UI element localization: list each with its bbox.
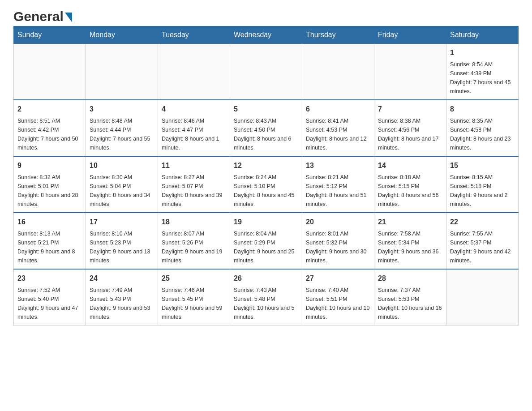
logo: General bbox=[13, 9, 72, 21]
day-info: Sunrise: 7:46 AMSunset: 5:45 PMDaylight:… bbox=[162, 286, 226, 321]
calendar-cell: 15Sunrise: 8:15 AMSunset: 5:18 PMDayligh… bbox=[446, 156, 519, 213]
day-number: 14 bbox=[378, 160, 442, 171]
day-number: 9 bbox=[17, 160, 82, 171]
calendar-cell: 19Sunrise: 8:04 AMSunset: 5:29 PMDayligh… bbox=[230, 213, 302, 269]
day-info: Sunrise: 8:04 AMSunset: 5:29 PMDaylight:… bbox=[234, 229, 298, 265]
logo-general: General bbox=[13, 9, 64, 24]
weekday-tuesday: Tuesday bbox=[158, 26, 230, 44]
weekday-friday: Friday bbox=[374, 26, 446, 44]
calendar-cell bbox=[86, 44, 158, 100]
day-number: 8 bbox=[450, 104, 515, 115]
day-info: Sunrise: 8:24 AMSunset: 5:10 PMDaylight:… bbox=[234, 173, 298, 209]
logo-triangle-icon bbox=[65, 13, 72, 22]
weekday-saturday: Saturday bbox=[446, 26, 519, 44]
day-number: 6 bbox=[306, 104, 370, 115]
calendar-cell: 4Sunrise: 8:46 AMSunset: 4:47 PMDaylight… bbox=[158, 100, 230, 156]
day-info: Sunrise: 8:38 AMSunset: 4:56 PMDaylight:… bbox=[378, 116, 442, 152]
day-number: 26 bbox=[234, 273, 298, 284]
calendar-week-2: 2Sunrise: 8:51 AMSunset: 4:42 PMDaylight… bbox=[14, 100, 519, 156]
day-info: Sunrise: 7:37 AMSunset: 5:53 PMDaylight:… bbox=[378, 286, 442, 321]
calendar-week-4: 16Sunrise: 8:13 AMSunset: 5:21 PMDayligh… bbox=[14, 213, 519, 269]
day-info: Sunrise: 8:01 AMSunset: 5:32 PMDaylight:… bbox=[306, 229, 370, 265]
day-number: 16 bbox=[17, 217, 82, 227]
calendar-table: SundayMondayTuesdayWednesdayThursdayFrid… bbox=[13, 26, 519, 325]
day-number: 27 bbox=[306, 273, 370, 284]
day-info: Sunrise: 8:13 AMSunset: 5:21 PMDaylight:… bbox=[17, 229, 82, 265]
day-info: Sunrise: 8:15 AMSunset: 5:18 PMDaylight:… bbox=[450, 173, 515, 209]
calendar-cell: 1Sunrise: 8:54 AMSunset: 4:39 PMDaylight… bbox=[446, 44, 519, 100]
day-info: Sunrise: 8:43 AMSunset: 4:50 PMDaylight:… bbox=[234, 116, 298, 152]
calendar-cell: 16Sunrise: 8:13 AMSunset: 5:21 PMDayligh… bbox=[14, 213, 86, 269]
calendar-week-1: 1Sunrise: 8:54 AMSunset: 4:39 PMDaylight… bbox=[14, 44, 519, 100]
day-info: Sunrise: 8:21 AMSunset: 5:12 PMDaylight:… bbox=[306, 173, 370, 209]
calendar-cell: 12Sunrise: 8:24 AMSunset: 5:10 PMDayligh… bbox=[230, 156, 302, 213]
calendar-cell bbox=[374, 44, 446, 100]
day-number: 12 bbox=[234, 160, 298, 171]
weekday-header-row: SundayMondayTuesdayWednesdayThursdayFrid… bbox=[14, 26, 519, 44]
day-number: 23 bbox=[17, 273, 82, 284]
calendar-cell: 2Sunrise: 8:51 AMSunset: 4:42 PMDaylight… bbox=[14, 100, 86, 156]
calendar-cell: 10Sunrise: 8:30 AMSunset: 5:04 PMDayligh… bbox=[86, 156, 158, 213]
calendar-cell bbox=[230, 44, 302, 100]
calendar-cell bbox=[302, 44, 374, 100]
day-info: Sunrise: 8:30 AMSunset: 5:04 PMDaylight:… bbox=[90, 173, 154, 209]
calendar-cell: 27Sunrise: 7:40 AMSunset: 5:51 PMDayligh… bbox=[302, 269, 374, 325]
calendar-cell: 23Sunrise: 7:52 AMSunset: 5:40 PMDayligh… bbox=[14, 269, 86, 325]
calendar-cell: 25Sunrise: 7:46 AMSunset: 5:45 PMDayligh… bbox=[158, 269, 230, 325]
day-number: 20 bbox=[306, 217, 370, 227]
day-info: Sunrise: 8:35 AMSunset: 4:58 PMDaylight:… bbox=[450, 116, 515, 152]
calendar-cell: 7Sunrise: 8:38 AMSunset: 4:56 PMDaylight… bbox=[374, 100, 446, 156]
calendar-cell: 11Sunrise: 8:27 AMSunset: 5:07 PMDayligh… bbox=[158, 156, 230, 213]
day-number: 13 bbox=[306, 160, 370, 171]
calendar-cell: 20Sunrise: 8:01 AMSunset: 5:32 PMDayligh… bbox=[302, 213, 374, 269]
day-number: 17 bbox=[90, 217, 154, 227]
day-number: 18 bbox=[162, 217, 226, 227]
day-number: 21 bbox=[378, 217, 442, 227]
day-number: 1 bbox=[450, 47, 515, 58]
calendar-cell: 22Sunrise: 7:55 AMSunset: 5:37 PMDayligh… bbox=[446, 213, 519, 269]
day-info: Sunrise: 7:49 AMSunset: 5:43 PMDaylight:… bbox=[90, 286, 154, 321]
calendar-cell bbox=[14, 44, 86, 100]
weekday-thursday: Thursday bbox=[302, 26, 374, 44]
calendar-cell: 17Sunrise: 8:10 AMSunset: 5:23 PMDayligh… bbox=[86, 213, 158, 269]
calendar-cell: 9Sunrise: 8:32 AMSunset: 5:01 PMDaylight… bbox=[14, 156, 86, 213]
day-info: Sunrise: 7:55 AMSunset: 5:37 PMDaylight:… bbox=[450, 229, 515, 265]
day-info: Sunrise: 8:54 AMSunset: 4:39 PMDaylight:… bbox=[450, 60, 515, 96]
day-info: Sunrise: 8:48 AMSunset: 4:44 PMDaylight:… bbox=[90, 116, 154, 152]
day-number: 28 bbox=[378, 273, 442, 284]
calendar-cell: 13Sunrise: 8:21 AMSunset: 5:12 PMDayligh… bbox=[302, 156, 374, 213]
calendar-week-5: 23Sunrise: 7:52 AMSunset: 5:40 PMDayligh… bbox=[14, 269, 519, 325]
calendar-cell: 28Sunrise: 7:37 AMSunset: 5:53 PMDayligh… bbox=[374, 269, 446, 325]
calendar-week-3: 9Sunrise: 8:32 AMSunset: 5:01 PMDaylight… bbox=[14, 156, 519, 213]
calendar-cell: 24Sunrise: 7:49 AMSunset: 5:43 PMDayligh… bbox=[86, 269, 158, 325]
day-number: 10 bbox=[90, 160, 154, 171]
day-number: 25 bbox=[162, 273, 226, 284]
calendar-body: 1Sunrise: 8:54 AMSunset: 4:39 PMDaylight… bbox=[14, 44, 519, 325]
calendar-cell: 6Sunrise: 8:41 AMSunset: 4:53 PMDaylight… bbox=[302, 100, 374, 156]
day-number: 2 bbox=[17, 104, 82, 115]
calendar-cell: 14Sunrise: 8:18 AMSunset: 5:15 PMDayligh… bbox=[374, 156, 446, 213]
day-number: 3 bbox=[90, 104, 154, 115]
day-info: Sunrise: 7:43 AMSunset: 5:48 PMDaylight:… bbox=[234, 286, 298, 321]
day-number: 5 bbox=[234, 104, 298, 115]
day-number: 7 bbox=[378, 104, 442, 115]
calendar-cell bbox=[158, 44, 230, 100]
day-info: Sunrise: 8:18 AMSunset: 5:15 PMDaylight:… bbox=[378, 173, 442, 209]
weekday-monday: Monday bbox=[86, 26, 158, 44]
day-info: Sunrise: 8:07 AMSunset: 5:26 PMDaylight:… bbox=[162, 229, 226, 265]
calendar-cell: 18Sunrise: 8:07 AMSunset: 5:26 PMDayligh… bbox=[158, 213, 230, 269]
day-info: Sunrise: 7:52 AMSunset: 5:40 PMDaylight:… bbox=[17, 286, 82, 321]
page-header: General bbox=[13, 9, 519, 21]
day-number: 19 bbox=[234, 217, 298, 227]
day-info: Sunrise: 8:32 AMSunset: 5:01 PMDaylight:… bbox=[17, 173, 82, 209]
calendar-header: SundayMondayTuesdayWednesdayThursdayFrid… bbox=[14, 26, 519, 44]
calendar-cell bbox=[446, 269, 519, 325]
calendar-cell: 8Sunrise: 8:35 AMSunset: 4:58 PMDaylight… bbox=[446, 100, 519, 156]
weekday-sunday: Sunday bbox=[14, 26, 86, 44]
day-info: Sunrise: 7:58 AMSunset: 5:34 PMDaylight:… bbox=[378, 229, 442, 265]
day-info: Sunrise: 8:10 AMSunset: 5:23 PMDaylight:… bbox=[90, 229, 154, 265]
calendar-cell: 3Sunrise: 8:48 AMSunset: 4:44 PMDaylight… bbox=[86, 100, 158, 156]
day-number: 22 bbox=[450, 217, 515, 227]
day-number: 24 bbox=[90, 273, 154, 284]
calendar-cell: 21Sunrise: 7:58 AMSunset: 5:34 PMDayligh… bbox=[374, 213, 446, 269]
